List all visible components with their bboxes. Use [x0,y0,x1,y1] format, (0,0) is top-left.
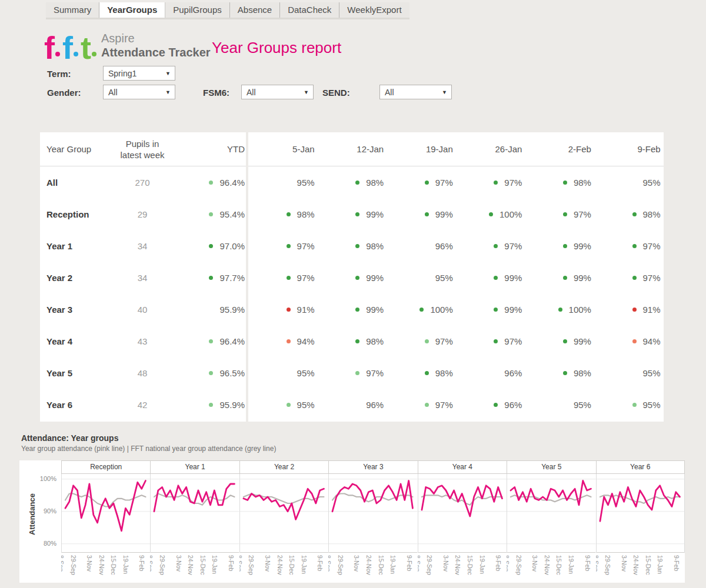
x-tick-9-feb: 9-Feb [138,555,145,571]
week-cell-19-jan: 99% [387,209,456,219]
x-tick-29-sep: 29-Sep [159,555,166,575]
tab-absence[interactable]: Absence [230,2,280,18]
x-tick-15-dec: 15-Dec [288,555,295,575]
brand-aspire: Aspire [101,31,211,45]
x-tick-24-nov: 24-Nov [632,555,640,575]
week-cell-12-jan: 98% [318,336,387,346]
chevron-down-icon: ▼ [304,89,309,95]
status-dot-green [355,181,359,185]
x-tick-8-sep: 8-Sep [239,555,243,572]
x-tick-9-feb: 9-Feb [495,555,502,571]
pupils-count: 270 [105,178,180,188]
week-cell-2-feb: 97% [525,209,594,219]
pupils-count: 48 [105,368,180,378]
x-tick-9-feb: 9-Feb [673,555,680,571]
tab-datacheck[interactable]: DataCheck [280,2,339,18]
attendance-value: 95% [435,273,453,283]
fft-logo: f f t [44,28,99,62]
attendance-value: 99% [366,209,384,219]
status-dot-green [494,276,498,280]
x-tick-24-nov: 24-Nov [187,555,194,575]
ytd-cell: 97.0% [180,241,246,251]
week-cell-2-feb: 98% [525,178,594,188]
status-dot-red [287,308,291,312]
tab-pupilgroups[interactable]: PupilGroups [165,2,230,18]
table-row-year-4: Year 44396.4%94%98%97%97%99%94% [40,325,664,357]
x-tick-19-jan: 19-Jan [568,555,575,574]
logo-dot-blue [74,52,78,56]
year-group-label: Reception [40,209,105,219]
x-axis-labels: 8-Sep29-Sep3-Nov24-Nov15-Dec19-Jan9-Feb [507,553,595,583]
attendance-value: 98% [366,178,384,188]
ytd-cell: 96.4% [180,178,246,188]
week-cell-9-feb: 95% [594,400,664,410]
x-axis-labels: 8-Sep29-Sep3-Nov24-Nov15-Dec19-Jan9-Feb [328,553,417,583]
x-tick-9-feb: 9-Feb [317,555,324,571]
status-dot-green [563,276,567,280]
pink-line [65,481,145,531]
brand-attendance-tracker: Attendance Tracker [101,45,211,59]
attendance-value: 98% [366,336,384,346]
week-cell-12-jan: 97% [318,368,387,378]
table-row-all: All27096.4%95%98%97%97%98%95% [40,166,664,198]
status-dot-green [355,276,359,280]
x-tick-24-nov: 24-Nov [454,555,461,575]
chart-panel-year-5: Year 58-Sep29-Sep3-Nov24-Nov15-Dec19-Jan… [507,460,595,583]
chart-panel-year-2: Year 28-Sep29-Sep3-Nov24-Nov15-Dec19-Jan… [239,460,328,583]
week-cell-9-feb: 97% [594,273,664,283]
week-cell-12-jan: 99% [318,273,387,283]
week-cell-9-feb: 97% [594,241,664,251]
col-header-26-jan: 26-Jan [456,144,525,154]
attendance-value: 100% [569,305,591,315]
week-cell-2-feb: 100% [525,305,594,315]
attendance-value: 98% [297,209,315,219]
week-cell-5-jan: 97% [248,241,318,251]
x-tick-9-feb: 9-Feb [584,555,591,571]
col-header-year-group: Year Group [40,143,105,155]
attendance-value: 97.0% [219,241,245,251]
week-cell-5-jan: 95% [248,368,318,378]
week-cell-19-jan: 98% [387,368,456,378]
status-dot-green [563,244,567,248]
filter-dropdown-gender-[interactable]: All▼ [103,85,175,99]
week-cell-9-feb: 95% [594,178,664,188]
x-tick-8-sep: 8-Sep [328,555,332,572]
attendance-value: 95% [297,368,315,378]
x-tick-19-jan: 19-Jan [479,555,486,574]
grey-line [422,495,502,505]
status-dot-green [209,244,213,248]
attendance-value: 99% [574,336,591,346]
attendance-value: 94% [643,336,661,346]
tab-weeklyexport[interactable]: WeeklyExport [339,2,409,18]
col-header-2-feb: 2-Feb [525,144,594,154]
tab-summary[interactable]: Summary [46,2,99,18]
pupils-count: 42 [105,400,180,410]
chevron-down-icon: ▼ [165,71,171,76]
week-cell-9-feb: 98% [594,209,664,219]
attendance-value: 96% [504,400,522,410]
status-dot-green [563,339,567,343]
panel-title: Year 1 [150,460,239,474]
table-divider [246,132,248,422]
pink-line [154,484,234,512]
status-dot-green [287,212,291,216]
status-dot-green [632,276,637,280]
logo-letter-f1: f [44,34,54,62]
status-dot-green [494,403,498,407]
week-cell-19-jan: 96% [387,241,456,251]
week-cell-5-jan: 91% [248,305,318,315]
filter-dropdown-send-[interactable]: All▼ [379,85,452,99]
attendance-value: 100% [430,305,452,315]
status-dot-lightgreen [355,371,359,375]
tab-yeargroups[interactable]: YearGroups [99,2,165,18]
attendance-value: 95.4% [219,209,245,219]
x-tick-15-dec: 15-Dec [467,555,474,575]
x-tick-3-nov: 3-Nov [442,555,449,572]
x-tick-19-jan: 19-Jan [122,555,129,574]
week-cell-2-feb: 95% [525,400,594,410]
logo-dot-pink [55,52,60,56]
x-tick-8-sep: 8-Sep [596,555,600,572]
filter-dropdown-term-[interactable]: Spring1▼ [103,66,175,81]
x-tick-15-dec: 15-Dec [110,555,117,575]
filter-dropdown-fsm6-[interactable]: All▼ [241,85,314,99]
